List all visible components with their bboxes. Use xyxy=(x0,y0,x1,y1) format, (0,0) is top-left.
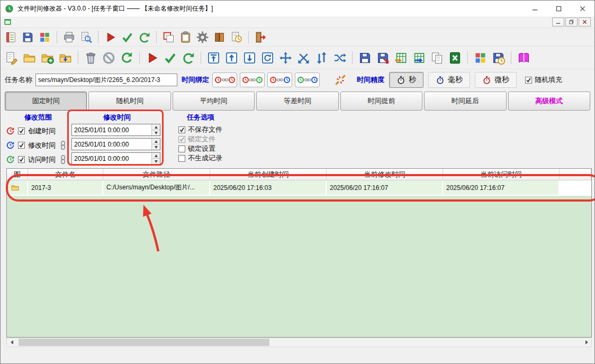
remove-item-icon[interactable] xyxy=(84,51,98,65)
spin-down-icon[interactable] xyxy=(152,158,160,164)
print-icon[interactable] xyxy=(62,31,76,44)
help-book-icon[interactable] xyxy=(517,51,531,65)
close-icon[interactable] xyxy=(571,1,594,16)
task-grid-icon[interactable] xyxy=(38,31,51,44)
random-fill-checkbox[interactable]: 随机填充 xyxy=(525,75,562,85)
move-up-icon[interactable] xyxy=(224,51,239,65)
exit-icon[interactable] xyxy=(254,31,267,44)
run-task-icon[interactable] xyxy=(104,31,117,44)
view-grid-icon[interactable] xyxy=(473,51,488,65)
option-lock-file-checkbox[interactable]: 锁定文件 xyxy=(178,134,268,144)
child-minimize-icon[interactable] xyxy=(552,17,564,26)
spin-up-icon[interactable] xyxy=(152,153,160,158)
import-list-icon[interactable] xyxy=(58,51,73,65)
checkbox-box[interactable] xyxy=(178,136,185,143)
save-list-as-icon[interactable] xyxy=(376,51,390,65)
checkbox-box[interactable] xyxy=(178,155,185,162)
table-column-header[interactable]: 当前访问时间 xyxy=(443,169,560,180)
table-column-header[interactable]: 文件路径 xyxy=(103,169,210,180)
table-column-header[interactable]: 图 xyxy=(7,169,28,180)
horizontal-scrollbar[interactable] xyxy=(6,338,592,347)
tab-time-later[interactable]: 时间延后 xyxy=(424,92,506,111)
scroll-right-icon[interactable] xyxy=(582,338,591,347)
table-row[interactable]: 2017-3C:/Users/mayn/Desktop/图片/...2025/0… xyxy=(7,180,591,196)
child-window-icon[interactable] xyxy=(4,18,12,26)
spin-down-icon[interactable] xyxy=(152,144,160,150)
add-folder-icon[interactable] xyxy=(22,51,37,65)
table-column-header[interactable] xyxy=(560,169,591,180)
sort-icon[interactable] xyxy=(314,51,329,65)
run-task-icon[interactable] xyxy=(145,51,159,65)
apply-icon[interactable] xyxy=(163,51,177,65)
range-modify-time-checkbox[interactable] xyxy=(18,142,25,149)
checkbox-box[interactable] xyxy=(178,145,185,152)
move-down-icon[interactable] xyxy=(242,51,257,65)
spin-up-icon[interactable] xyxy=(152,124,160,130)
scroll-left-icon[interactable] xyxy=(7,338,16,347)
export-table-icon[interactable] xyxy=(412,51,426,65)
tab-time-earlier[interactable]: 时间提前 xyxy=(340,92,422,111)
tab-average-time[interactable]: 平均时间 xyxy=(173,92,255,111)
minimize-icon[interactable] xyxy=(523,1,547,16)
paste-icon[interactable] xyxy=(179,31,192,44)
exchange-icon[interactable] xyxy=(296,51,311,65)
title-bar: 文件时间修改器 - V3.0.0 - [任务子窗口 —— 【未命名修改时间任务】… xyxy=(1,1,594,16)
log-icon[interactable] xyxy=(213,31,226,44)
precision-seconds-button[interactable]: 秒 xyxy=(389,72,423,88)
tab-fixed-time[interactable]: 固定时间 xyxy=(5,92,87,111)
settings-icon[interactable] xyxy=(196,31,209,44)
scrollbar-track[interactable] xyxy=(16,338,582,347)
clear-list-icon[interactable] xyxy=(102,51,116,65)
clone-window-icon[interactable] xyxy=(162,31,175,44)
bind-all-times-button[interactable] xyxy=(295,72,320,87)
option-lock-settings-checkbox[interactable]: 锁定设置 xyxy=(178,144,268,153)
option-no-save-checkbox[interactable]: 不保存文件 xyxy=(178,125,268,134)
table-column-header[interactable]: 当前修改时间 xyxy=(327,169,443,180)
tab-random-time[interactable]: 随机时间 xyxy=(88,92,170,111)
table-column-header[interactable]: 当前创建时间 xyxy=(210,169,327,180)
modify-datetime-spinner-1[interactable]: 2025/01/01 0:00:00 xyxy=(71,124,160,136)
save-task-icon[interactable] xyxy=(21,31,34,44)
bind-create-modify-button[interactable] xyxy=(212,72,237,87)
scrollbar-thumb[interactable] xyxy=(19,339,269,346)
print-preview-icon[interactable] xyxy=(79,31,93,44)
export-excel-icon[interactable] xyxy=(448,51,462,65)
checkbox-box[interactable] xyxy=(525,77,532,84)
bind-create-access-button[interactable] xyxy=(240,72,265,87)
table-column-header[interactable]: 文件名 xyxy=(28,169,103,180)
task-name-input[interactable] xyxy=(35,74,177,86)
undo-icon[interactable] xyxy=(138,31,151,44)
undo-icon[interactable] xyxy=(181,51,195,65)
modify-datetime-spinner-2[interactable]: 2025/01/01 0:00:00 xyxy=(71,138,160,150)
save-list-icon[interactable] xyxy=(358,51,372,65)
maximize-icon[interactable] xyxy=(547,1,571,16)
precision-milliseconds-button[interactable]: 毫秒 xyxy=(428,72,470,88)
new-task-icon[interactable] xyxy=(4,31,17,44)
move-top-icon[interactable] xyxy=(206,51,221,65)
save-time-icon[interactable] xyxy=(491,51,506,65)
broken-link-icon[interactable] xyxy=(333,73,347,87)
schedule-icon[interactable] xyxy=(230,31,243,44)
child-close-icon[interactable] xyxy=(579,17,591,26)
precision-microseconds-button[interactable]: 微秒 xyxy=(475,72,517,88)
rotate-list-icon[interactable] xyxy=(260,51,275,65)
copy-list-icon[interactable] xyxy=(430,51,444,65)
spread-icon[interactable] xyxy=(278,51,293,65)
range-create-time-checkbox[interactable] xyxy=(18,128,25,134)
apply-icon[interactable] xyxy=(121,31,134,44)
add-folder-recursive-icon[interactable] xyxy=(40,51,55,65)
child-restore-icon[interactable] xyxy=(565,17,578,26)
import-table-icon[interactable] xyxy=(394,51,408,65)
checkbox-box[interactable] xyxy=(178,126,185,133)
tab-advanced-mode[interactable]: 高级模式 xyxy=(508,92,590,111)
shuffle-icon[interactable] xyxy=(332,51,347,65)
refresh-list-icon[interactable] xyxy=(120,51,134,65)
spin-up-icon[interactable] xyxy=(152,139,160,144)
modify-datetime-spinner-3[interactable]: 2025/01/01 0:00:00 xyxy=(71,152,160,165)
add-file-icon[interactable] xyxy=(4,51,19,65)
bind-modify-access-button[interactable] xyxy=(267,72,292,87)
option-no-record-checkbox[interactable]: 不生成记录 xyxy=(178,153,268,163)
spin-down-icon[interactable] xyxy=(152,130,160,135)
range-access-time-checkbox[interactable] xyxy=(18,156,25,163)
tab-arithmetic-time[interactable]: 等差时间 xyxy=(256,92,338,111)
